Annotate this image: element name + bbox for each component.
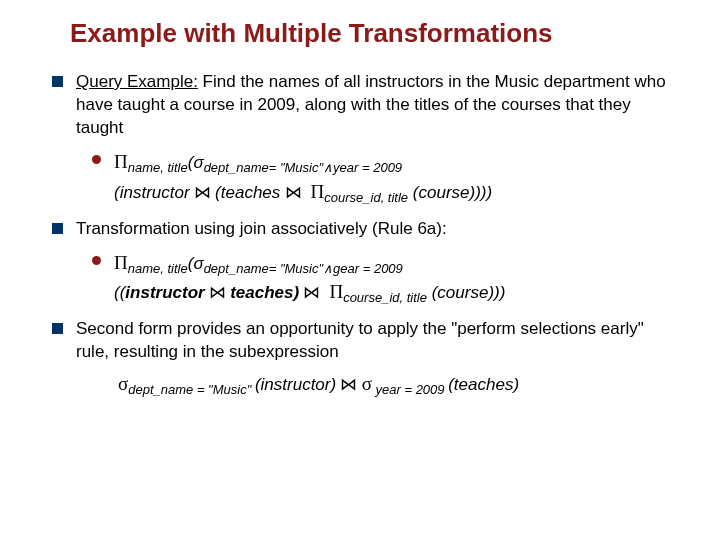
- bullet-second-form: Second form provides an opportunity to a…: [50, 318, 680, 400]
- sigma-sub-c2: year = 2009: [372, 383, 448, 398]
- pi-sub2: course_id, title: [324, 190, 408, 205]
- formula-3: σdept_name = "Music" (instructor) ⋈ σ ye…: [118, 370, 680, 400]
- pi-sub-b2: course_id, title: [343, 291, 427, 306]
- sub-list-2: Πname, title(σdept_name= "Music"∧gear = …: [76, 249, 680, 309]
- join-symbol-c: ⋈: [336, 375, 362, 394]
- bullet-query-example: Query Example: Find the names of all ins…: [50, 71, 680, 208]
- rel-course-b: course: [437, 283, 488, 302]
- paren-open3: (: [408, 183, 418, 202]
- rel-instructor-c: instructor: [261, 375, 331, 394]
- query-example-label: Query Example:: [76, 72, 198, 91]
- join-symbol: ⋈: [190, 183, 216, 202]
- open-sigma: (σ: [188, 153, 204, 172]
- open-sigma-b: (σ: [188, 254, 204, 273]
- sigma-sub1-b: dept_name= "Music": [204, 261, 323, 276]
- wedge-b: ∧: [323, 261, 333, 276]
- pi-sub-b: name, title: [128, 261, 188, 276]
- rel-course: course: [419, 183, 470, 202]
- rel-instructor: instructor: [120, 183, 190, 202]
- formula-1: Πname, title(σdept_name= "Music"∧year = …: [92, 148, 680, 208]
- join-symbol-b2: ⋈: [299, 283, 325, 302]
- paren-open-b3: (: [427, 283, 437, 302]
- sigma-sub2: year = 2009: [333, 160, 402, 175]
- paren-close-b: ))): [488, 283, 505, 302]
- sigma-sub-c: dept_name = "Music": [128, 383, 255, 398]
- pi-symbol: Π: [114, 151, 128, 172]
- pi-symbol-b: Π: [114, 252, 128, 273]
- sub-list-1: Πname, title(σdept_name= "Music"∧year = …: [76, 148, 680, 208]
- pi-symbol-b2: Π: [329, 281, 343, 302]
- rel-instructor-b: instructor: [125, 283, 204, 302]
- join-symbol-b: ⋈: [205, 283, 231, 302]
- sigma-sub1: dept_name= "Music": [204, 160, 323, 175]
- pi-sub: name, title: [128, 160, 188, 175]
- transformation-text: Transformation using join associatively …: [76, 219, 447, 238]
- sigma-c2: σ: [362, 373, 372, 394]
- paren-close-c2: ): [513, 375, 519, 394]
- sigma-sub2-b: gear = 2009: [333, 261, 403, 276]
- bullet-transformation: Transformation using join associatively …: [50, 218, 680, 309]
- paren-open-b: ((: [114, 283, 125, 302]
- second-form-text: Second form provides an opportunity to a…: [76, 319, 644, 361]
- rel-teaches-b: teaches: [230, 283, 293, 302]
- slide: Example with Multiple Transformations Qu…: [0, 0, 720, 400]
- formula-2: Πname, title(σdept_name= "Music"∧gear = …: [92, 249, 680, 309]
- join-symbol2: ⋈: [280, 183, 306, 202]
- wedge: ∧: [323, 160, 333, 175]
- rel-teaches-c: teaches: [454, 375, 514, 394]
- bullet-list: Query Example: Find the names of all ins…: [50, 71, 680, 400]
- pi-symbol2: Π: [311, 181, 325, 202]
- slide-title: Example with Multiple Transformations: [70, 18, 680, 49]
- sigma-c: σ: [118, 373, 128, 394]
- rel-teaches: teaches: [221, 183, 281, 202]
- paren-close: )))): [470, 183, 493, 202]
